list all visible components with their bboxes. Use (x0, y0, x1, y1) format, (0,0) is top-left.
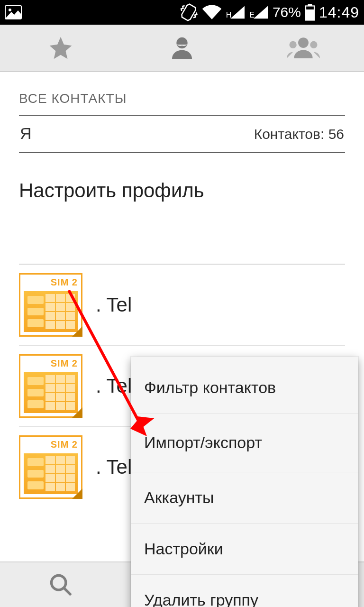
menu-import-export[interactable]: Импорт/экспорт (131, 414, 358, 472)
contacts-count: Контактов: 56 (254, 126, 344, 142)
person-icon (169, 35, 195, 61)
clock: 14:49 (319, 4, 359, 21)
wifi-icon (201, 4, 222, 20)
vibrate-icon (180, 3, 198, 21)
sim2-badge: SIM 2 (19, 435, 82, 499)
battery-icon (305, 4, 315, 21)
sim-badge-label: SIM 2 (51, 439, 78, 450)
svg-point-12 (52, 576, 66, 590)
me-row: Я Контактов: 56 (19, 116, 345, 152)
sim-badge-label: SIM 2 (51, 277, 78, 288)
content-area: ВСЕ КОНТАКТЫ Я Контактов: 56 Настроить п… (0, 91, 364, 507)
svg-point-7 (289, 41, 296, 48)
contact-name: . Tel (96, 375, 132, 397)
search-icon (48, 572, 73, 597)
menu-delete-group[interactable]: Удалить группу (131, 575, 358, 607)
svg-rect-4 (306, 9, 314, 20)
tab-contacts[interactable] (121, 25, 243, 71)
contact-item[interactable]: SIM 2 . Tel (19, 264, 345, 345)
menu-accounts[interactable]: Аккаунты (131, 472, 358, 524)
divider (19, 152, 345, 153)
divider (19, 115, 345, 116)
svg-point-1 (9, 9, 11, 11)
status-left (5, 5, 22, 19)
tab-favorites[interactable] (0, 25, 121, 71)
sim-badge-label: SIM 2 (51, 358, 78, 369)
contact-name: . Tel (96, 294, 132, 316)
me-label: Я (20, 124, 32, 143)
signal-2-icon (253, 5, 269, 19)
svg-point-6 (298, 37, 309, 48)
svg-point-5 (176, 37, 187, 48)
svg-point-8 (310, 41, 317, 48)
screenshot-icon (5, 5, 22, 19)
overflow-menu: Фильтр контактов Импорт/экспорт Аккаунты… (131, 357, 358, 607)
sim2-badge: SIM 2 (19, 354, 82, 418)
group-icon (287, 35, 320, 61)
sim2-badge: SIM 2 (19, 273, 82, 337)
menu-filter-contacts[interactable]: Фильтр контактов (131, 357, 358, 414)
status-bar: H E 76% 14:49 (0, 0, 364, 25)
search-button[interactable] (0, 562, 121, 607)
menu-settings[interactable]: Настройки (131, 524, 358, 575)
battery-percentage: 76% (273, 4, 301, 20)
signal-1-icon (229, 5, 246, 19)
tab-groups[interactable] (243, 25, 364, 71)
network-2: E (249, 5, 269, 19)
svg-line-13 (64, 588, 71, 595)
profile-setup-link[interactable]: Настроить профиль (19, 153, 345, 207)
top-tabs (0, 25, 364, 72)
contact-name: . Tel (96, 456, 132, 478)
status-right: H E 76% 14:49 (180, 3, 359, 21)
network-1: H (226, 5, 246, 19)
section-header: ВСЕ КОНТАКТЫ (19, 91, 345, 106)
star-icon (47, 35, 74, 61)
